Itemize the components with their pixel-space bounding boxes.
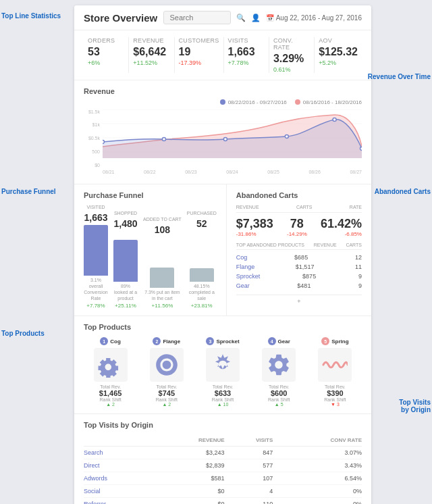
revenue-chart-section: Revenue 08/22/2016 - 09/27/2016 08/16/20… [74,80,371,184]
chart-x-labels: 08/21 08/22 08/23 08/24 08/25 08/26 08/2… [103,168,362,177]
funnel-columns: VISITED 1,663 3.1% overall Conversion Ra… [84,205,217,309]
visit-visits: 847 [225,447,273,459]
ac-carts-value: 78 [287,217,307,231]
visit-revenue: $0 [151,485,224,498]
ac-rate-change: -6.85% [321,231,362,237]
search-icon[interactable]: 🔍 [236,14,246,22]
annotation-purchase-funnel: Purchase Funnel [1,188,56,195]
visit-revenue: $581 [151,472,224,485]
visit-origin[interactable]: Social [84,485,151,498]
svg-point-8 [285,134,288,138]
table-row: Direct $2,839 577 3.43% [84,459,362,472]
stat-item-customers: Customers 19 -17.39% [175,37,224,73]
ac-more[interactable]: + [236,295,362,305]
funnel-col-2: ADDED TO CART 108 7.3% put an item in th… [143,217,182,309]
product-item-spring: 5 Spring Total Rev. $390 Rank Shift ▼ 3 [308,336,362,407]
legend-item-2: 08/16/2016 - 18/20/2016 [295,99,362,105]
visit-origin[interactable]: Direct [84,459,151,472]
svg-point-5 [103,140,105,143]
legend-item-1: 08/22/2016 - 09/27/2016 [220,99,287,105]
annotation-top-products: Top Products [1,330,45,337]
svg-point-9 [333,118,336,121]
chart-area: $1.5k $1k $0.5k 500 $0 [84,109,362,177]
chart-canvas [103,109,362,168]
ac-header-row: REVENUE CARTS RATE [236,205,362,213]
stat-item-conv.-rate: Conv. Rate 3.29% 0.61% [269,37,315,73]
ac-product-row: Sprocket $875 9 [236,272,362,281]
product-item-cog: 1 Cog Total Rev. $1,465 Rank Shift ▲ 2 [84,336,137,407]
stats-row: Orders 53 +6% Revenue $6,642 +11.52% Cus… [74,30,371,80]
abandoned-carts-title: Abandoned Carts [236,191,362,199]
product-item-gear: 4 Gear Total Rev. $600 Rank Shift ▲ 5 [252,336,306,407]
ac-main-row: $7,383 -31.86% 78 -14.29% 61.42% -6.85% [236,217,362,237]
visit-conv-rate: 3.43% [273,459,362,472]
visit-visits: 110 [225,498,273,504]
product-icon-spring [322,354,348,376]
products-row: 1 Cog Total Rev. $1,465 Rank Shift ▲ 2 2… [84,336,362,407]
visits-table-body: Search $3,243 847 3.07% Direct $2,839 57… [84,447,362,504]
ac-rate-value: 61.42% [321,217,362,231]
product-icon-cog [98,352,124,378]
stat-item-revenue: Revenue $6,642 +11.52% [129,37,174,73]
visit-conv-rate: 0% [273,498,362,504]
stat-item-visits: Visits 1,663 +7.78% [224,37,269,73]
purchase-funnel: Purchase Funnel VISITED 1,663 3.1% overa… [74,184,227,316]
visits-th-conv: CONV RATE [273,434,362,447]
visit-revenue: $2,839 [151,459,224,472]
visit-revenue: $0 [151,498,224,504]
lower-row: Purchase Funnel VISITED 1,663 3.1% overa… [74,184,371,316]
stat-item-orders: Orders 53 +6% [84,37,129,73]
ac-carts-change: -14.29% [287,231,307,237]
header: Store Overview 🔍 👤 📅 Aug 22, 2016 - Aug … [74,5,371,30]
funnel-col-0: VISITED 1,663 3.1% overall Conversion Ra… [84,205,108,309]
top-products-title: Top Products [84,323,362,331]
visit-conv-rate: 0% [273,485,362,498]
product-item-sprocket: 3 Sprocket Total Rev. $633 Rank Shift ▲ … [196,336,249,407]
page-title: Store Overview [84,12,163,24]
visits-table-header: REVENUE VISITS CONV RATE [84,434,362,447]
product-icon-sprocket [210,352,236,378]
abandoned-carts: Abandoned Carts REVENUE CARTS RATE $7,38… [227,184,371,316]
visit-origin[interactable]: Referrer [84,498,151,504]
ac-products-list: Cog $685 12 Flange $1,517 11 Sprocket $8… [236,253,362,291]
chart-y-labels: $1.5k $1k $0.5k 500 $0 [84,109,103,168]
user-icon[interactable]: 👤 [251,14,261,22]
chart-legend: 08/22/2016 - 09/27/2016 08/16/2016 - 18/… [84,99,362,105]
annotation-revenue-over-time: Revenue Over Time [368,73,431,80]
main-card: Store Overview 🔍 👤 📅 Aug 22, 2016 - Aug … [74,5,371,504]
top-products: Top Products 1 Cog Total Rev. $1,465 Ran… [74,316,371,415]
annotation-top-line-stats: Top Line Statistics [1,12,61,20]
date-range: 📅 Aug 22, 2016 - Aug 27, 2016 [266,14,362,22]
visit-origin[interactable]: Search [84,447,151,459]
visit-visits: 107 [225,472,273,485]
header-icons: 🔍 👤 [236,14,261,22]
visit-origin[interactable]: Adwords [84,472,151,485]
funnel-col-1: SHOPPED 1,480 89% looked at a product +2… [113,211,138,309]
top-visits: Top Visits by Origin REVENUE VISITS CONV… [74,414,371,504]
visit-conv-rate: 3.07% [273,447,362,459]
visits-th-origin [84,434,151,447]
visit-conv-rate: 6.54% [273,472,362,485]
annotation-top-visits-by-origin: Top Visits by Origin [399,399,431,413]
ac-revenue-value: $7,383 [236,217,273,231]
ac-carts-block: 78 -14.29% [287,217,307,237]
stat-item-aov: AOV $125.32 +5.2% [315,37,362,73]
ac-rate-block: 61.42% -6.85% [321,217,362,237]
top-visits-title: Top Visits by Origin [84,421,362,429]
revenue-svg [103,109,362,168]
table-row: Search $3,243 847 3.07% [84,447,362,459]
svg-point-7 [223,137,227,141]
visit-visits: 4 [225,485,273,498]
table-row: Social $0 4 0% [84,485,362,498]
visits-th-revenue: REVENUE [151,434,224,447]
product-icon-gear [266,352,292,378]
purchase-funnel-title: Purchase Funnel [84,191,217,199]
chart-title: Revenue [84,87,362,95]
annotation-abandoned-carts: Abandoned Carts [375,188,431,195]
product-item-flange: 2 Flange Total Rev. $745 Rank Shift ▲ 2 [140,336,193,407]
search-input[interactable] [163,11,231,24]
table-row: Referrer $0 110 0% [84,498,362,504]
svg-point-10 [360,147,362,150]
ac-product-row: Flange $1,517 11 [236,262,362,272]
ac-products-header: TOP ABANDONED PRODUCTS REVENUE CARTS [236,243,362,250]
